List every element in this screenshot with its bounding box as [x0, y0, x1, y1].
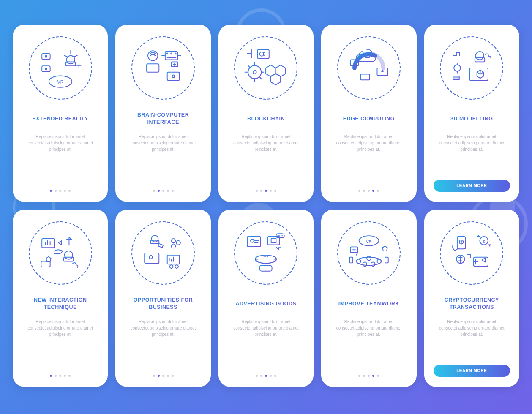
screen-description: Replace ipsum dolor amet consectet adipi… — [228, 319, 304, 368]
svg-rect-50 — [260, 265, 272, 271]
svg-rect-61 — [385, 257, 388, 263]
svg-point-33 — [152, 235, 158, 242]
screen-title: EXTENDED REALITY — [30, 112, 90, 126]
learn-more-button[interactable]: LEARN MORE — [434, 365, 510, 377]
business-opportunities-icon — [131, 221, 195, 285]
page-indicator[interactable] — [358, 375, 379, 377]
svg-text:VR: VR — [57, 79, 63, 84]
screen-description: Replace ipsum dolor amet consectet adipi… — [434, 319, 510, 360]
svg-rect-30 — [41, 261, 50, 267]
svg-rect-5 — [42, 66, 50, 72]
svg-point-11 — [172, 75, 175, 78]
screen-description: Replace ipsum dolor amet consectet adipi… — [330, 319, 407, 368]
blockchain-icon — [234, 36, 297, 100]
phone-frame: BRAIN-COMPUTER INTERFACE Replace ipsum d… — [115, 25, 210, 202]
phone-frame: $ CRYPTOCURRENCY TRANSACTIONS Replace ip… — [424, 210, 519, 387]
svg-point-42 — [175, 265, 178, 268]
screen-description: Replace ipsum dolor amet consectet adipi… — [228, 133, 304, 183]
svg-point-25 — [476, 52, 484, 60]
svg-rect-27 — [469, 68, 488, 80]
screen-title: NEW INTERACTION TECHNIQUE — [22, 297, 98, 311]
phone-frame: BLOCKCHAIN Replace ipsum dolor amet cons… — [218, 25, 314, 202]
svg-text:BUY: BUY — [278, 234, 284, 237]
svg-point-35 — [172, 239, 176, 243]
phone-frame: BUY360 ADVERTISING GOODS Replace ipsum d… — [218, 210, 314, 387]
svg-point-37 — [172, 244, 176, 248]
svg-point-18 — [253, 71, 256, 74]
svg-point-31 — [64, 251, 72, 259]
interaction-technique-icon — [29, 221, 92, 285]
phone-frame: NEW INTERACTION TECHNIQUE Replace ipsum … — [13, 210, 108, 387]
screen-title: IMPROVE TEAMWORK — [337, 297, 401, 311]
svg-point-57 — [377, 259, 381, 264]
svg-point-13 — [166, 53, 168, 54]
svg-point-6 — [45, 56, 47, 57]
svg-point-58 — [363, 262, 367, 266]
brain-computer-icon — [131, 36, 195, 100]
svg-rect-10 — [167, 72, 180, 80]
svg-text:VR: VR — [366, 239, 372, 244]
improve-teamwork-icon: VR — [337, 221, 401, 285]
screen-title: ADVERTISING GOODS — [234, 297, 298, 311]
svg-point-7 — [45, 68, 47, 70]
phone-frame: VR EXTENDED REALITY Replace ipsum dolor … — [13, 25, 108, 202]
page-indicator[interactable] — [256, 190, 276, 192]
screen-description: Replace ipsum dolor amet consectet adipi… — [330, 133, 407, 183]
edge-computing-icon — [337, 36, 401, 100]
screen-description: Replace ipsum dolor amet consectet adipi… — [22, 319, 98, 368]
phone-frame: OPPORTUNITIES FOR BUSINESS Replace ipsum… — [115, 210, 210, 387]
phone-frame: VR IMPROVE TEAMWORK Replace ipsum dolor … — [321, 210, 416, 387]
screen-description: Replace ipsum dolor amet consectet adipi… — [125, 319, 201, 368]
svg-point-36 — [176, 241, 180, 245]
screen-description: Replace ipsum dolor amet consectet adipi… — [434, 133, 510, 175]
screen-title: BLOCKCHAIN — [246, 112, 286, 126]
svg-point-14 — [171, 53, 172, 54]
screen-title: CRYPTOCURRENCY TRANSACTIONS — [434, 297, 510, 311]
svg-point-15 — [175, 53, 176, 54]
svg-point-20 — [260, 52, 264, 56]
svg-text:$: $ — [483, 239, 486, 244]
svg-rect-60 — [349, 257, 353, 263]
page-indicator[interactable] — [50, 375, 71, 377]
svg-point-28 — [454, 65, 461, 71]
page-indicator[interactable] — [50, 190, 71, 192]
phone-frame: 3D MODELLING Replace ipsum dolor amet co… — [424, 25, 519, 202]
svg-point-39 — [149, 256, 153, 259]
phone-grid: VR EXTENDED REALITY Replace ipsum dolor … — [13, 25, 519, 387]
svg-rect-9 — [147, 64, 159, 72]
svg-rect-4 — [42, 54, 50, 60]
screen-title: EDGE COMPUTING — [341, 112, 396, 126]
page-indicator[interactable] — [153, 190, 174, 192]
learn-more-button[interactable]: LEARN MORE — [434, 180, 510, 192]
page-indicator[interactable] — [256, 375, 276, 377]
svg-point-59 — [371, 262, 375, 266]
svg-point-55 — [357, 259, 361, 264]
advertising-goods-icon: BUY360 — [234, 221, 297, 285]
page-indicator[interactable] — [358, 190, 379, 192]
phone-frame: EDGE COMPUTING Replace ipsum dolor amet … — [321, 25, 416, 202]
screen-description: Replace ipsum dolor amet consectet adipi… — [22, 133, 98, 183]
extended-reality-icon: VR — [29, 36, 92, 100]
page-indicator[interactable] — [153, 375, 174, 377]
cryptocurrency-icon: $ — [440, 221, 503, 285]
screen-description: Replace ipsum dolor amet consectet adipi… — [125, 133, 201, 183]
svg-point-41 — [170, 265, 173, 268]
3d-modelling-icon — [440, 36, 503, 100]
screen-title: BRAIN-COMPUTER INTERFACE — [125, 112, 201, 126]
screen-title: 3D MODELLING — [449, 112, 494, 126]
svg-rect-22 — [360, 74, 369, 80]
svg-point-44 — [251, 239, 254, 242]
screen-title: OPPORTUNITIES FOR BUSINESS — [125, 297, 201, 311]
svg-text:360: 360 — [264, 254, 269, 257]
